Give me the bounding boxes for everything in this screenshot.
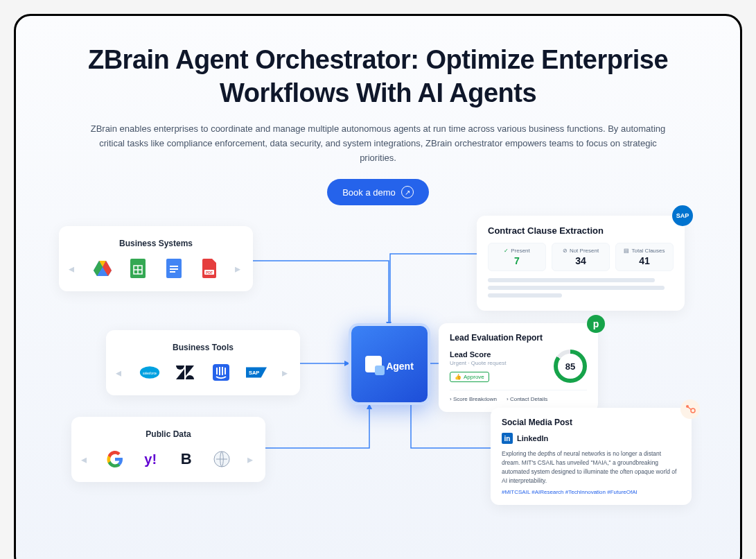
public-data-card: Public Data ◂ y! B ▸ [71,417,265,482]
doc-icon: ▤ [624,248,629,254]
book-demo-button[interactable]: Book a demo ↗ [327,179,429,205]
next-arrow[interactable]: ▸ [247,453,256,466]
svg-rect-17 [170,271,175,273]
svg-rect-27 [222,367,223,375]
next-arrow[interactable]: ▸ [235,262,243,275]
agent-icon [365,356,382,372]
card-title: Public Data [81,429,256,439]
cta-label: Book a demo [342,187,396,198]
page-frame: ZBrain Agent Orchestrator: Optimize Ente… [14,14,742,559]
prev-arrow[interactable]: ◂ [81,453,89,466]
arrow-icon: ↗ [401,186,414,198]
x-icon: ⊘ [563,248,568,254]
svg-text:PDF: PDF [206,270,213,275]
business-tools-card: Business Tools ◂ salesforce SAP ▸ [106,330,300,395]
page-title: ZBrain Agent Orchestrator: Optimize Ente… [51,44,705,110]
social-card: Social Media Post in LinkedIn Exploring … [491,408,692,505]
post-tags: #MITCSAIL #AIResearch #TechInnovation #F… [502,489,680,495]
lead-card: p Lead Evaluation Report Lead Score Urge… [439,323,598,412]
card-title: Lead Evaluation Report [450,333,587,343]
svg-marker-22 [176,369,184,379]
gdocs-icon [164,258,184,279]
salesforce-icon: salesforce [139,362,160,383]
lead-urgent: Urgent · Quote request [450,360,506,366]
svg-rect-28 [225,368,226,375]
score-ring: 85 [554,350,587,383]
hubspot-badge [680,399,700,419]
pdf-icon: PDF [199,258,220,279]
score-breakdown-link[interactable]: › Score Breakdown [450,396,497,402]
wikipedia-icon [211,449,232,470]
prev-arrow[interactable]: ◂ [69,262,77,275]
svg-point-33 [691,409,695,413]
icons-row: ◂ PDF ▸ [69,258,243,279]
svg-text:SAP: SAP [249,370,259,377]
yahoo-icon: y! [140,449,161,470]
pipedrive-badge: p [587,315,605,333]
score-value: 85 [558,354,583,379]
svg-rect-25 [216,368,218,375]
check-icon: ✓ [504,248,509,254]
skeleton-line [488,293,562,298]
agent-node: Agent [349,323,430,405]
platform-label: LinkedIn [517,434,548,442]
thumb-icon: 👍 [455,374,461,380]
post-body: Exploring the depths of neural networks … [502,449,680,485]
sap-icon: SAP [246,362,267,383]
lead-score-label: Lead Score [450,350,506,359]
metric-total: ▤Total Clauses 41 [615,243,674,271]
icons-row: ◂ y! B ▸ [81,449,256,470]
linkedin-row: in LinkedIn [502,433,680,444]
skeleton-line [488,278,655,282]
bold-icon: B [176,449,197,470]
prev-arrow[interactable]: ◂ [116,366,124,379]
metric-present: ✓Present 7 [488,243,546,271]
svg-text:salesforce: salesforce [143,372,157,375]
icons-row: ◂ salesforce SAP ▸ [116,362,290,383]
linkedin-icon: in [502,433,513,444]
card-title: Contract Clause Extraction [488,225,674,236]
gdrive-icon [92,258,113,279]
svg-marker-23 [186,366,194,376]
hero-section: ZBrain Agent Orchestrator: Optimize Ente… [51,44,705,205]
metric-row: ✓Present 7 ⊘Not Present 34 ▤Total Clause… [488,243,674,271]
google-icon [105,449,125,470]
svg-rect-26 [219,367,220,375]
page-description: ZBrain enables enterprises to coordinate… [84,122,673,165]
sap-badge: SAP [672,205,693,226]
metric-not-present: ⊘Not Present 34 [552,243,610,271]
agent-label: Agent [386,361,414,372]
contract-card: SAP Contract Clause Extraction ✓Present … [477,216,685,311]
skeleton-line [488,286,665,290]
approve-button[interactable]: 👍Approve [450,372,489,382]
intercom-icon [211,362,231,383]
gsheets-icon [128,258,148,279]
card-title: Business Tools [116,343,290,352]
business-systems-card: Business Systems ◂ PDF ▸ [59,226,253,291]
svg-rect-15 [170,266,178,267]
card-title: Social Media Post [502,418,680,427]
contact-details-link[interactable]: › Contact Details [507,396,547,402]
svg-rect-16 [170,268,178,270]
next-arrow[interactable]: ▸ [282,366,290,379]
card-title: Business Systems [69,239,243,248]
diagram-area: Business Systems ◂ PDF ▸ Business Tools … [51,226,705,545]
zendesk-icon [175,362,195,383]
svg-line-34 [688,407,692,410]
